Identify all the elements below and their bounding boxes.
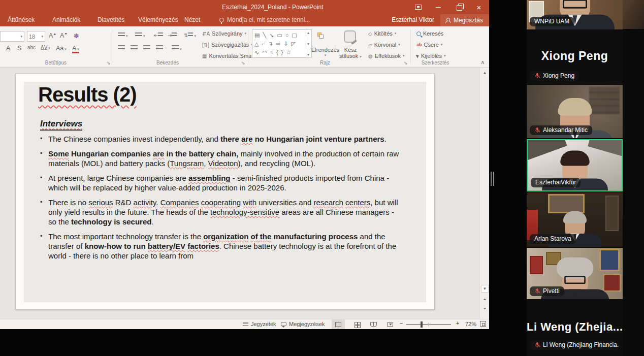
bullet-list[interactable]: The Chinese companies invest independent…	[39, 134, 401, 266]
columns-button[interactable]: ▾	[172, 45, 182, 52]
slide-subtitle[interactable]: Interviews	[40, 119, 82, 131]
replace-icon: ab	[416, 42, 422, 47]
close-button[interactable]: ×	[469, 0, 489, 14]
shape-fill-button[interactable]: ◇Kitöltés▾	[368, 30, 396, 37]
numbering-button[interactable]: ▾	[135, 31, 145, 39]
participant-tile-wnpid-uam[interactable]: WNPiD UAM	[527, 0, 623, 29]
bullet-item: The Chinese companies invest independent…	[39, 134, 401, 144]
tab-velemenyezes[interactable]: Véleményezés	[138, 16, 178, 23]
participant-tile-eszterhai-viktor[interactable]: EszterhaiViktor	[527, 139, 623, 191]
collapse-ribbon-button[interactable]: ʌ	[481, 59, 484, 65]
participant-name-label: Pivetti	[530, 286, 564, 296]
share-button[interactable]: Megosztás	[440, 14, 489, 26]
fit-slide-button[interactable]	[480, 321, 486, 327]
scroll-down-button[interactable]: ▼	[481, 285, 489, 293]
participant-name-text: Pivetti	[543, 287, 560, 295]
clear-formatting-button[interactable]: ✽	[74, 32, 79, 40]
ribbon-display-options-button[interactable]	[408, 0, 428, 14]
participant-tile-xiong-peng[interactable]: Xiong Peng Xiong Peng	[527, 30, 623, 84]
tab-animaciok[interactable]: Animációk	[52, 16, 80, 23]
slide[interactable]: Results (2) Interviews The Chinese compa…	[15, 74, 435, 310]
quick-styles-button[interactable]: Készstílusok ▾	[339, 47, 362, 59]
arrange-button[interactable]: Elrendezés▾	[311, 47, 339, 57]
grow-font-button[interactable]: A▲	[49, 32, 56, 39]
justify-button[interactable]	[156, 45, 163, 52]
comments-label: Megjegyzések	[289, 321, 325, 327]
zoom-in-button[interactable]: +	[456, 320, 459, 326]
participant-tile-pivetti[interactable]: Pivetti	[527, 248, 623, 299]
zoom-out-button[interactable]: –	[400, 320, 403, 326]
quick-styles-label1: Kész	[344, 47, 357, 53]
account-name[interactable]: Eszterhai Viktor	[392, 16, 434, 23]
align-left-button[interactable]	[118, 45, 125, 52]
font-color-button[interactable]: A▾	[72, 45, 79, 53]
shapes-gallery-scroll[interactable]: ▲▼▼	[305, 30, 311, 57]
previous-slide-button[interactable]: ⏶	[481, 296, 489, 303]
text-shadow-button[interactable]: S	[17, 45, 21, 52]
slideshow-button[interactable]	[383, 319, 397, 329]
zoom-slider-track[interactable]	[406, 324, 451, 325]
restore-button[interactable]	[448, 0, 469, 14]
slideshow-icon	[387, 322, 393, 327]
bullet-segment: activity	[134, 198, 156, 207]
cursor-icon	[415, 53, 420, 58]
shrink-font-button[interactable]: A▼	[60, 32, 68, 39]
minimize-button[interactable]	[428, 0, 448, 14]
tell-me-box[interactable]: Mondja el, mit szeretne tenni...	[219, 16, 310, 23]
panel-resize-grip[interactable]	[491, 172, 495, 186]
decrease-indent-button[interactable]: ⇤	[154, 31, 163, 39]
bullets-button[interactable]: ▾	[118, 31, 128, 39]
scroll-up-button[interactable]: ▲	[481, 69, 489, 77]
font-name-combobox[interactable]: ▾	[0, 31, 24, 42]
editing-group-label: Szerkesztés	[412, 60, 458, 66]
share-label: Megosztás	[454, 17, 483, 24]
align-right-button[interactable]	[143, 45, 150, 52]
select-button[interactable]: Kijelölés▾	[416, 53, 445, 59]
document-scrollbar[interactable]: ▲ ▼ ⏶ ⏷	[479, 68, 489, 319]
shape-outline-button[interactable]: ▱Körvonal▾	[368, 42, 400, 48]
participant-tile-li-weng[interactable]: Li Weng (Zhejia... Li Weng (Zhejiang Fin…	[527, 300, 623, 356]
shape-effects-button[interactable]: ◍Effektusok▾	[368, 53, 404, 59]
draw-dialog-launcher[interactable]: ⇘	[404, 60, 408, 66]
character-spacing-button[interactable]: A̲V̲▾	[41, 45, 50, 50]
font-size-combobox[interactable]: 18▾	[27, 31, 45, 42]
bullet-segment: Tungsram	[170, 159, 204, 168]
tab-attunesek[interactable]: Áttűnések	[8, 16, 35, 23]
align-center-button[interactable]	[131, 45, 138, 52]
zoom-level[interactable]: 72%	[465, 321, 476, 327]
comments-button[interactable]: Megjegyzések	[281, 321, 325, 327]
tab-nezet[interactable]: Nézet	[184, 16, 200, 23]
powerpoint-window: Eszterhai_2024_Poland - PowerPoint × Átt…	[0, 0, 489, 329]
align-text-button[interactable]: [⇅]Szövegigazítás▾	[202, 42, 253, 48]
underline-button[interactable]: A	[6, 45, 10, 52]
next-slide-button[interactable]: ⏷	[481, 305, 489, 312]
video-art	[548, 194, 585, 213]
notes-icon	[243, 322, 248, 327]
increase-indent-button[interactable]: ⇥	[168, 31, 177, 39]
fit-slide-icon	[480, 321, 486, 327]
shapes-gallery[interactable]: ▤╲↘▭○▢ △⌐↴⇨⇩◸ ∿◠≈{}☆ ▲▼▼	[252, 29, 312, 58]
line-spacing-button[interactable]: ⇅▾	[184, 31, 196, 39]
replace-label: Csere	[424, 42, 439, 48]
font-dialog-launcher[interactable]: ⇘	[107, 60, 111, 66]
participant-tile-arian-starova[interactable]: Arian Starova	[527, 192, 623, 247]
bullet-segment: Hungarian companies	[69, 149, 153, 158]
muted-mic-icon	[534, 342, 540, 348]
participant-tile-aleksandar-mitic[interactable]: Aleksandar Mitic	[527, 85, 623, 138]
find-button[interactable]: Keresés	[416, 30, 443, 37]
text-direction-button[interactable]: ⇵ASzövegirány▾	[202, 30, 246, 37]
zoom-slider-thumb[interactable]	[421, 321, 423, 328]
strikethrough-button[interactable]: abc	[27, 45, 36, 50]
bullet-segment: research	[314, 198, 343, 207]
tab-diavetites[interactable]: Diavetítés	[98, 16, 124, 23]
bullet-segment: centers	[345, 198, 370, 207]
paragraph-dialog-launcher[interactable]: ⇘	[241, 60, 245, 66]
bullet-segment: At present, large Chinese companies are	[48, 174, 188, 182]
slide-sorter-button[interactable]	[350, 319, 364, 329]
normal-view-button[interactable]	[332, 319, 345, 329]
replace-button[interactable]: abCsere▾	[416, 42, 442, 48]
reading-view-button[interactable]	[367, 319, 380, 329]
notes-button[interactable]: Jegyzetek	[243, 321, 276, 327]
change-case-button[interactable]: Aa▾	[56, 45, 67, 52]
slide-title[interactable]: Results (2)	[38, 83, 137, 106]
